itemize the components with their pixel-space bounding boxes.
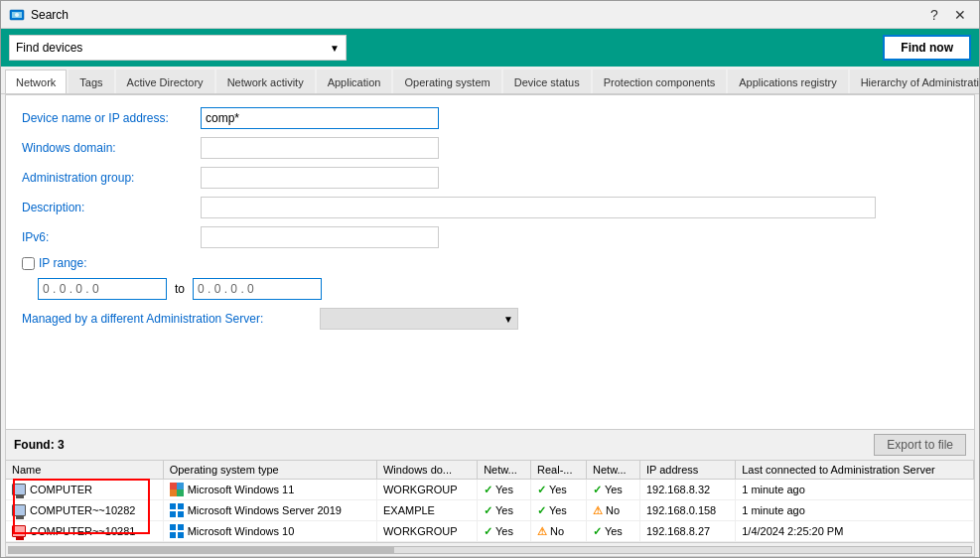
col-windows-domain: Windows do... <box>376 461 477 480</box>
ipv6-label: IPv6: <box>22 230 201 244</box>
col-name: Name <box>6 461 163 480</box>
col-ip: IP address <box>639 461 735 480</box>
device-name-input[interactable] <box>201 107 439 129</box>
cell-os: Microsoft Windows Server 2019 <box>163 500 376 521</box>
title-bar: Search ? ✕ <box>1 1 979 29</box>
os-icon <box>170 483 184 496</box>
results-table-wrapper[interactable]: Name Operating system type Windows do...… <box>6 461 974 542</box>
managed-dropdown[interactable]: ▼ <box>320 308 518 330</box>
admin-group-label: Administration group: <box>22 171 201 185</box>
cell-last-connected: 1/4/2024 2:25:20 PM <box>736 521 974 542</box>
cell-name: COMPUTER~~10281 <box>6 521 163 542</box>
tab-applications-registry[interactable]: Applications registry <box>728 70 847 93</box>
close-button[interactable]: ✕ <box>949 5 971 25</box>
cell-netw2: ✓ Yes <box>587 521 640 542</box>
cell-domain: WORKGROUP <box>376 480 477 500</box>
tabs-bar: Network Tags Active Directory Network ac… <box>1 67 979 94</box>
check-icon: ✓ <box>593 525 602 537</box>
col-os-type: Operating system type <box>163 461 376 480</box>
ip-range-inputs-row: 0 . 0 . 0 . 0 to 0 . 0 . 0 . 0 <box>38 278 958 300</box>
cell-netw2: ✓ Yes <box>587 480 640 500</box>
title-controls: ? ✕ <box>923 5 971 25</box>
tab-active-directory[interactable]: Active Directory <box>116 70 214 93</box>
results-area: Found: 3 Export to file Name Operating s… <box>6 429 974 556</box>
cell-ip: 192.168.8.32 <box>639 480 735 500</box>
description-input[interactable] <box>201 197 876 218</box>
horizontal-scrollbar[interactable] <box>6 542 974 556</box>
tab-network[interactable]: Network <box>5 70 67 94</box>
table-row[interactable]: COMPUTER <box>6 480 974 500</box>
tab-tags[interactable]: Tags <box>69 70 113 93</box>
tab-application[interactable]: Application <box>317 70 392 93</box>
windows-domain-input[interactable] <box>201 137 439 159</box>
help-button[interactable]: ? <box>923 5 945 25</box>
computer-red-icon <box>12 525 26 537</box>
cell-netw1: ✓ Yes <box>478 521 531 542</box>
cell-last-connected: 1 minute ago <box>736 500 974 521</box>
col-netw2: Netw... <box>587 461 640 480</box>
managed-row: Managed by a different Administration Se… <box>22 308 958 330</box>
col-netw1: Netw... <box>478 461 531 480</box>
tab-protection-components[interactable]: Protection components <box>593 70 727 93</box>
admin-group-input[interactable] <box>201 167 439 189</box>
col-last-connected: Last connected to Administration Server <box>736 461 974 480</box>
ip-range-label: IP range: <box>39 256 86 270</box>
tab-network-activity[interactable]: Network activity <box>216 70 315 93</box>
tab-device-status[interactable]: Device status <box>503 70 591 93</box>
check-icon: ✓ <box>537 484 546 495</box>
cell-netw1: ✓ Yes <box>478 500 531 521</box>
tab-hierarchy[interactable]: Hierarchy of Administration Servers <box>850 70 979 93</box>
ipv6-row: IPv6: <box>22 226 958 248</box>
cell-os: Microsoft Windows 10 <box>163 521 376 542</box>
device-name-row: Device name or IP address: <box>22 107 958 129</box>
export-button[interactable]: Export to file <box>874 434 966 456</box>
window-icon <box>9 7 25 23</box>
found-count: Found: 3 <box>14 438 65 452</box>
cell-real: ⚠ No <box>531 521 587 542</box>
check-icon: ✓ <box>593 484 602 495</box>
main-content: Device name or IP address: Windows domai… <box>5 94 975 557</box>
form-area: Device name or IP address: Windows domai… <box>6 95 974 429</box>
warn-icon: ⚠ <box>537 525 547 537</box>
chevron-down-icon: ▼ <box>330 43 340 54</box>
cell-last-connected: 1 minute ago <box>736 480 974 500</box>
scrollbar-track[interactable] <box>8 546 972 554</box>
cell-name: COMPUTER~~10282 <box>6 500 163 521</box>
cell-netw1: ✓ Yes <box>478 480 531 500</box>
main-window: Search ? ✕ Find devices ▼ Find now Netwo… <box>0 0 980 558</box>
scrollbar-thumb[interactable] <box>9 547 394 553</box>
computer-icon <box>12 504 26 516</box>
cell-domain: WORKGROUP <box>376 521 477 542</box>
ipv6-input[interactable] <box>201 226 439 248</box>
device-name-label: Device name or IP address: <box>22 111 201 125</box>
tab-operating-system[interactable]: Operating system <box>393 70 500 93</box>
managed-chevron-icon: ▼ <box>503 314 513 325</box>
table-row[interactable]: COMPUTER~~10281 <box>6 521 974 542</box>
managed-label: Managed by a different Administration Se… <box>22 312 320 326</box>
cell-real: ✓ Yes <box>531 480 587 500</box>
windows-domain-label: Windows domain: <box>22 141 201 155</box>
ip-to-label: to <box>175 282 185 296</box>
find-devices-dropdown[interactable]: Find devices ▼ <box>9 35 347 61</box>
os-icon <box>170 524 184 538</box>
os-icon <box>170 503 184 517</box>
window-title: Search <box>31 8 923 22</box>
cell-os: Microsoft Windows 11 <box>163 480 376 500</box>
admin-group-row: Administration group: <box>22 167 958 189</box>
table-row[interactable]: COMPUTER~~10282 <box>6 500 974 521</box>
toolbar: Find devices ▼ Find now <box>1 29 979 67</box>
ip-to-input[interactable]: 0 . 0 . 0 . 0 <box>193 278 322 300</box>
computer-icon <box>12 484 26 495</box>
ip-from-input[interactable]: 0 . 0 . 0 . 0 <box>38 278 167 300</box>
find-now-button[interactable]: Find now <box>883 35 971 61</box>
windows-domain-row: Windows domain: <box>22 137 958 159</box>
ip-range-checkbox-row: IP range: <box>22 256 958 270</box>
cell-real: ✓ Yes <box>531 500 587 521</box>
cell-ip: 192.168.8.27 <box>639 521 735 542</box>
dropdown-value: Find devices <box>16 41 82 55</box>
table-header-row: Name Operating system type Windows do...… <box>6 461 974 480</box>
check-icon: ✓ <box>484 504 492 516</box>
check-icon: ✓ <box>537 504 546 516</box>
ip-range-checkbox[interactable] <box>22 257 35 270</box>
cell-domain: EXAMPLE <box>376 500 477 521</box>
